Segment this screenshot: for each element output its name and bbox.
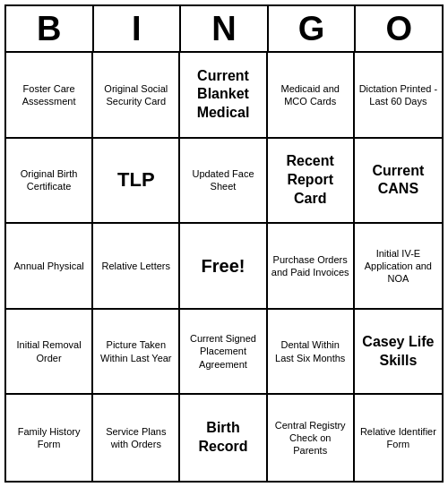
cell-5[interactable]: Original Birth Certificate xyxy=(6,139,93,225)
cell-18[interactable]: Dental Within Last Six Months xyxy=(268,310,355,396)
cell-1[interactable]: Original Social Security Card xyxy=(93,53,180,139)
letter-I: I xyxy=(94,6,182,51)
cell-23[interactable]: Central Registry Check on Parents xyxy=(268,395,355,481)
cell-20[interactable]: Family History Form xyxy=(6,395,93,481)
letter-N: N xyxy=(181,6,269,51)
cell-3[interactable]: Medicaid and MCO Cards xyxy=(268,53,355,139)
cell-14[interactable]: Initial IV-E Application and NOA xyxy=(355,224,442,310)
cell-2[interactable]: Current Blanket Medical xyxy=(180,53,267,139)
letter-B: B xyxy=(6,6,94,51)
cell-22[interactable]: Birth Record xyxy=(180,395,267,481)
letter-O: O xyxy=(356,6,442,51)
letter-G: G xyxy=(269,6,357,51)
cell-17[interactable]: Current Signed Placement Agreement xyxy=(180,310,267,396)
cell-8[interactable]: Recent Report Card xyxy=(268,139,355,225)
cell-19[interactable]: Casey Life Skills xyxy=(355,310,442,396)
cell-13[interactable]: Purchase Orders and Paid Invoices xyxy=(268,224,355,310)
bingo-grid: Foster Care AssessmentOriginal Social Se… xyxy=(6,53,442,481)
cell-6[interactable]: TLP xyxy=(93,139,180,225)
cell-11[interactable]: Relative Letters xyxy=(93,224,180,310)
cell-4[interactable]: Dictation Printed - Last 60 Days xyxy=(355,53,442,139)
cell-12[interactable]: Free! xyxy=(180,224,267,310)
cell-15[interactable]: Initial Removal Order xyxy=(6,310,93,396)
cell-0[interactable]: Foster Care Assessment xyxy=(6,53,93,139)
cell-24[interactable]: Relative Identifier Form xyxy=(355,395,442,481)
cell-21[interactable]: Service Plans with Orders xyxy=(93,395,180,481)
cell-9[interactable]: Current CANS xyxy=(355,139,442,225)
cell-16[interactable]: Picture Taken Within Last Year xyxy=(93,310,180,396)
bingo-header: BINGO xyxy=(6,6,442,53)
bingo-card: BINGO Foster Care AssessmentOriginal Soc… xyxy=(4,4,444,483)
cell-7[interactable]: Updated Face Sheet xyxy=(180,139,267,225)
cell-10[interactable]: Annual Physical xyxy=(6,224,93,310)
